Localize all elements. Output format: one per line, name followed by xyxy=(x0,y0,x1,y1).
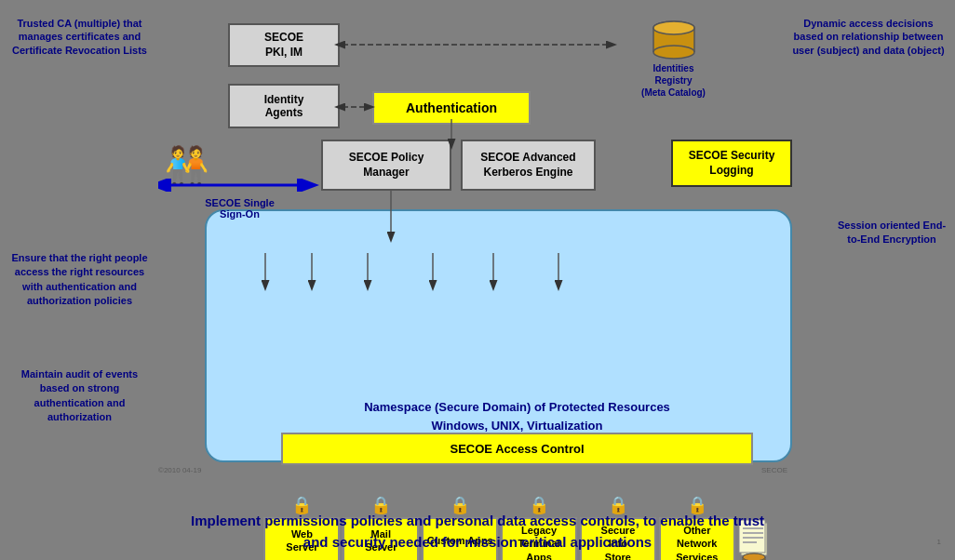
pki-box: SECOEPKI, IM xyxy=(228,23,340,67)
svg-point-5 xyxy=(653,21,694,34)
main-diagram-area: SECOEPKI, IM IdentityAgents Authenticati… xyxy=(158,9,801,476)
access-control-label: SECOE Access Control xyxy=(450,442,584,456)
svg-point-2 xyxy=(653,46,694,59)
logging-label: SECOE SecurityLogging xyxy=(689,149,775,177)
registry-label: IdentitiesRegistry(Meta Catalog) xyxy=(620,62,727,99)
database-icon xyxy=(651,20,697,60)
access-control-bar: SECOE Access Control xyxy=(281,433,753,465)
left-top-annotation: Trusted CA (multiple) that manages certi… xyxy=(7,17,152,57)
namespace-text: Namespace (Secure Domain) of Protected R… xyxy=(262,398,772,434)
authentication-box: Authentication xyxy=(372,91,531,125)
right-top-annotation: Dynamic access decisions based on relati… xyxy=(789,17,948,57)
kerberos-box: SECOE AdvancedKerberos Engine xyxy=(461,140,596,191)
watermark-left: ©2010 04-19 xyxy=(158,466,201,474)
logging-box: SECOE SecurityLogging xyxy=(671,140,792,187)
sso-label: SECOE SingleSign-On xyxy=(158,197,321,220)
pki-label: SECOEPKI, IM xyxy=(264,31,303,59)
identity-agents-label: IdentityAgents xyxy=(264,93,304,119)
identity-agents-box: IdentityAgents xyxy=(228,84,340,128)
diagram-container: Trusted CA (multiple) that manages certi… xyxy=(0,0,955,560)
left-bottom-annotation: Maintain audit of events based on strong… xyxy=(7,367,152,425)
bottom-line1: Implement permissions policies and perso… xyxy=(191,513,764,528)
kerberos-label: SECOE AdvancedKerberos Engine xyxy=(480,151,575,179)
namespace-line1: Namespace (Secure Domain) of Protected R… xyxy=(364,400,670,414)
authentication-label: Authentication xyxy=(406,100,497,115)
svg-point-17 xyxy=(743,553,765,560)
sso-area: SECOE SingleSign-On xyxy=(158,179,321,220)
left-middle-annotation: Ensure that the right people access the … xyxy=(7,251,152,309)
right-middle-annotation: Session oriented End-to-End Encryption xyxy=(836,219,948,247)
watermark-right: 1 xyxy=(937,538,941,546)
registry-area: IdentitiesRegistry(Meta Catalog) xyxy=(620,20,727,99)
watermark-center: SECOE xyxy=(761,466,787,474)
sso-arrow-svg xyxy=(158,179,321,192)
policy-manager-box: SECOE PolicyManager xyxy=(321,140,451,191)
bottom-line2: and security needed for mission critical… xyxy=(303,534,652,550)
bottom-text-area: Implement permissions policies and perso… xyxy=(0,511,955,553)
policy-manager-label: SECOE PolicyManager xyxy=(349,151,424,179)
cylinder-small-icon xyxy=(741,553,767,560)
namespace-line2: Windows, UNIX, Virtualization xyxy=(432,419,603,433)
namespace-area: SECOE Access Control 🔒 WebServer 🔒 MailS… xyxy=(205,209,792,462)
